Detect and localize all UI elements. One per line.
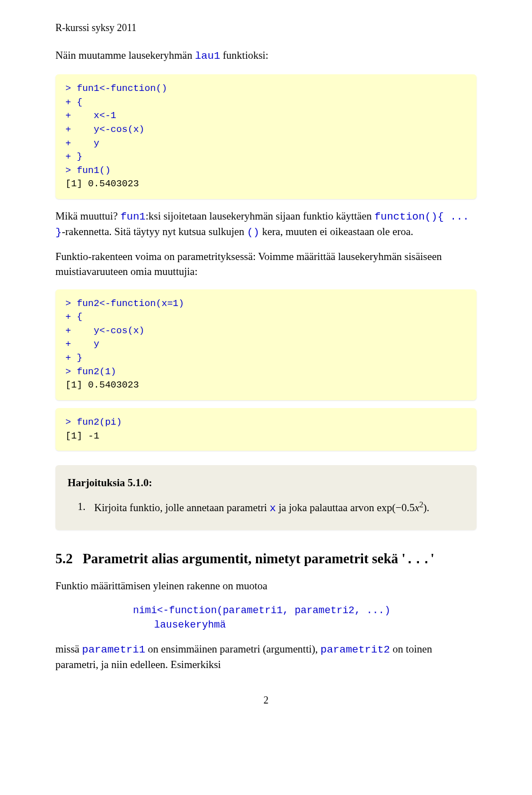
section-number: 5.2 (55, 551, 73, 566)
code-output: [1] 0.5403023 (65, 177, 467, 191)
code-line: + { (65, 96, 467, 110)
text: kera, muuten ei oikeastaan ole eroa. (259, 226, 413, 237)
paragraph-4: missä parametri1 on ensimmäinen parametr… (55, 642, 477, 672)
text: Mikä muuttui? (55, 210, 120, 222)
code-x-param: x (270, 502, 276, 514)
text: ). (423, 502, 429, 513)
paragraph-1: Mikä muuttui? fun1:ksi sijoitetaan lause… (55, 209, 477, 239)
code-parametrit2: parametrit2 (320, 644, 390, 656)
text: on ensimmäinen parametri (argumentti), (145, 643, 320, 655)
page-number: 2 (55, 695, 477, 706)
text: -rakennetta. Sitä täytyy nyt kutsua sulk… (62, 226, 247, 237)
code-block-1: > fun1<-function() + { + x<-1 + y<-cos(x… (55, 74, 477, 199)
intro-code: lau1 (195, 50, 221, 62)
page-header: R-kurssi syksy 2011 (55, 22, 477, 34)
code-line: + y<-cos(x) (65, 123, 467, 137)
code-line: + y<-cos(x) (65, 324, 467, 338)
syntax-line: lausekeryhmä (133, 618, 477, 632)
section-heading: 5.2Parametrit alias argumentit, nimetyt … (55, 551, 477, 568)
code-line: + } (65, 150, 467, 164)
code-block-2: > fun2<-function(x=1) + { + y<-cos(x) + … (55, 289, 477, 400)
code-line: > fun2(1) (65, 365, 467, 379)
code-line: > fun2<-function(x=1) (65, 297, 467, 311)
text: ja joka palauttaa arvon exp(−0.5 (276, 502, 415, 513)
paragraph-2: Funktio-rakenteen voima on parametrityks… (55, 249, 477, 279)
code-line: > fun1() (65, 164, 467, 178)
text: :ksi sijoitetaan lausekeryhmän sijaan fu… (146, 210, 375, 222)
code-dots: ... (406, 552, 431, 568)
exercise-title: Harjoituksia 5.1.0: (68, 475, 464, 491)
code-parens: () (247, 226, 259, 238)
code-line: + x<-1 (65, 109, 467, 123)
code-line: + { (65, 310, 467, 324)
exercise-text: Kirjoita funktio, jolle annetaan paramet… (94, 499, 429, 517)
intro-suffix: funktioksi: (220, 49, 268, 61)
paragraph-3: Funktio määrittämisen yleinen rakenne on… (55, 579, 477, 594)
section-close-quote: ' (431, 551, 434, 566)
section-title: Parametrit alias argumentit, nimetyt par… (83, 551, 405, 566)
code-fun1: fun1 (120, 211, 146, 223)
code-line: > fun2(pi) (65, 416, 467, 430)
code-block-3: > fun2(pi) [1] -1 (55, 408, 477, 451)
code-line: + y (65, 338, 467, 351)
code-line: + y (65, 137, 467, 151)
text: Kirjoita funktio, jolle annetaan paramet… (94, 502, 270, 513)
intro-prefix: Näin muutamme lausekeryhmän (55, 49, 195, 61)
text: missä (55, 643, 82, 655)
code-line: + } (65, 351, 467, 365)
intro-paragraph: Näin muutamme lausekeryhmän lau1 funktio… (55, 49, 477, 62)
code-parametri1: parametri1 (82, 644, 145, 656)
math-sup: 2 (420, 500, 423, 509)
exercise-box: Harjoituksia 5.1.0: 1. Kirjoita funktio,… (55, 465, 477, 529)
list-number: 1. (78, 499, 89, 517)
code-line: > fun1<-function() (65, 82, 467, 96)
exercise-item: 1. Kirjoita funktio, jolle annetaan para… (68, 499, 464, 517)
syntax-block: nimi<-function(parametri1, parametri2, .… (133, 603, 477, 632)
syntax-line: nimi<-function(parametri1, parametri2, .… (133, 603, 477, 618)
math-x: x (415, 502, 419, 513)
code-output: [1] -1 (65, 430, 467, 444)
code-output: [1] 0.5403023 (65, 379, 467, 393)
